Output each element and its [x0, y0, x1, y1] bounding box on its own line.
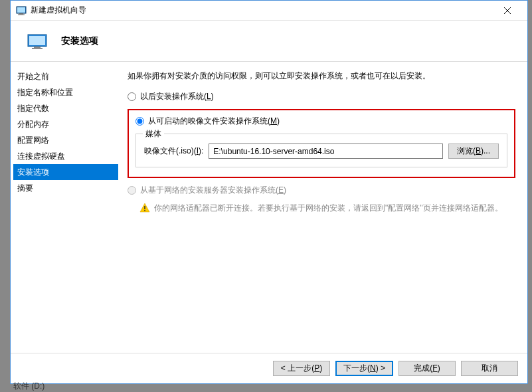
sidebar-item-network[interactable]: 配置网络	[13, 132, 118, 148]
svg-rect-9	[144, 210, 145, 211]
header-icon	[27, 33, 48, 49]
highlighted-region: 从可启动的映像文件安装操作系统(M) 媒体 映像文件(.iso)(I): 浏览(…	[128, 109, 515, 178]
radio-install-later[interactable]	[128, 92, 136, 101]
svg-rect-3	[18, 14, 25, 15]
option-install-later-label: 以后安装操作系统(L)	[140, 91, 214, 102]
previous-button[interactable]: < 上一步(P)	[273, 361, 330, 376]
wizard-footer: < 上一步(P) 下一步(N) > 完成(F) 取消	[11, 353, 527, 383]
next-button[interactable]: 下一步(N) >	[335, 361, 393, 376]
wizard-header: 安装选项	[11, 21, 527, 62]
svg-rect-6	[34, 47, 41, 48]
option-network-install-label: 从基于网络的安装服务器安装操作系统(E)	[140, 185, 286, 196]
svg-rect-1	[17, 7, 25, 13]
media-row: 映像文件(.iso)(I): 浏览(B)...	[144, 144, 499, 159]
radio-network-install	[128, 186, 136, 195]
svg-rect-5	[29, 36, 45, 45]
intro-text: 如果你拥有对安装介质的访问权限，则可以立即安装操作系统，或者也可在以后安装。	[128, 70, 515, 82]
iso-path-label: 映像文件(.iso)(I):	[144, 146, 203, 157]
sidebar-item-before-start[interactable]: 开始之前	[13, 68, 118, 84]
network-warning-text: 你的网络适配器已断开连接。若要执行基于网络的安装，请返回到"配置网络"页并连接网…	[154, 203, 503, 214]
sidebar-item-vhd[interactable]: 连接虚拟硬盘	[13, 148, 118, 164]
media-fieldset: 媒体 映像文件(.iso)(I): 浏览(B)...	[135, 134, 507, 167]
background-artifact: 软件 (D:)	[13, 381, 44, 392]
sidebar-item-memory[interactable]: 分配内存	[13, 116, 118, 132]
wizard-body: 开始之前 指定名称和位置 指定代数 分配内存 配置网络 连接虚拟硬盘 安装选项 …	[11, 62, 527, 353]
option-boot-image-label: 从可启动的映像文件安装操作系统(M)	[148, 116, 280, 127]
radio-boot-image[interactable]	[135, 117, 144, 126]
content-area: 如果你拥有对安装介质的访问权限，则可以立即安装操作系统，或者也可在以后安装。 以…	[118, 62, 527, 353]
svg-rect-8	[144, 206, 145, 209]
option-install-later[interactable]: 以后安装操作系统(L)	[128, 91, 515, 102]
media-legend: 媒体	[143, 128, 164, 140]
finish-button[interactable]: 完成(F)	[399, 361, 456, 376]
option-network-install: 从基于网络的安装服务器安装操作系统(E)	[128, 185, 515, 196]
network-warning: 你的网络适配器已断开连接。若要执行基于网络的安装，请返回到"配置网络"页并连接网…	[128, 203, 515, 214]
sidebar-item-name-location[interactable]: 指定名称和位置	[13, 84, 118, 100]
iso-path-input[interactable]	[209, 144, 443, 159]
wizard-window: 新建虚拟机向导 安装选项 开始之前 指定名称和位置 指定代数 分配内存 配置网络…	[10, 0, 528, 384]
window-title: 新建虚拟机向导	[31, 5, 492, 16]
svg-rect-7	[32, 48, 43, 49]
titlebar: 新建虚拟机向导	[11, 1, 527, 21]
sidebar-item-summary[interactable]: 摘要	[13, 180, 118, 196]
page-title: 安装选项	[61, 35, 98, 47]
sidebar-item-install-options[interactable]: 安装选项	[13, 164, 118, 180]
sidebar: 开始之前 指定名称和位置 指定代数 分配内存 配置网络 连接虚拟硬盘 安装选项 …	[11, 62, 118, 353]
svg-rect-2	[19, 13, 23, 15]
app-icon	[16, 5, 27, 16]
cancel-button[interactable]: 取消	[461, 361, 518, 376]
close-button[interactable]	[492, 1, 522, 20]
sidebar-item-generation[interactable]: 指定代数	[13, 100, 118, 116]
warning-icon	[139, 203, 150, 213]
browse-button[interactable]: 浏览(B)...	[448, 144, 499, 159]
option-boot-image[interactable]: 从可启动的映像文件安装操作系统(M)	[135, 116, 507, 127]
